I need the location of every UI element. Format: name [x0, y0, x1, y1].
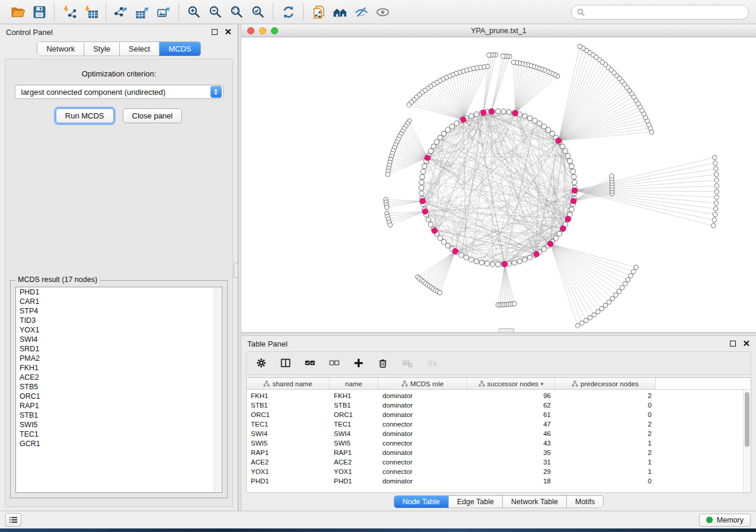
- tab-select[interactable]: Select: [120, 42, 160, 56]
- export-image-button[interactable]: [153, 2, 174, 21]
- horizontal-splitter-handle[interactable]: [499, 328, 514, 333]
- mcds-list-scrollbar[interactable]: [214, 288, 221, 492]
- clone-network-button[interactable]: [308, 2, 329, 21]
- delete-column-button[interactable]: [376, 356, 390, 370]
- column-label: MCDS role: [410, 380, 444, 387]
- memory-button[interactable]: Memory: [699, 514, 751, 527]
- memory-status-icon: [706, 517, 713, 523]
- tab-motifs[interactable]: Motifs: [567, 496, 603, 508]
- table-cell: ACE2: [330, 459, 378, 466]
- table-row[interactable]: ACE2ACE2connector311: [247, 457, 751, 467]
- network-window-titlebar[interactable]: YPA_prune.txt_1: [241, 24, 756, 37]
- table-scrollbar-thumb[interactable]: [745, 392, 749, 447]
- zoom-in-button[interactable]: [183, 2, 205, 21]
- mcds-result-item[interactable]: TEC1: [16, 430, 222, 439]
- mcds-result-list[interactable]: PHD1CAR1STP4TID3YOX1SWI4SRD1PMA2FKH1ACE2…: [15, 287, 222, 493]
- minimize-window-icon[interactable]: [259, 27, 266, 34]
- table-row[interactable]: RAP1RAP1dominator352: [247, 448, 751, 457]
- table-row[interactable]: ORC1ORC1dominator610: [247, 410, 751, 419]
- mcds-result-title: MCDS result (17 nodes): [15, 275, 100, 284]
- maximize-window-icon[interactable]: [271, 27, 278, 34]
- tab-edge-table[interactable]: Edge Table: [449, 496, 503, 508]
- horizontal-splitter[interactable]: [241, 332, 756, 336]
- deselect-all-rows-button[interactable]: [327, 356, 342, 370]
- mcds-result-item[interactable]: FKH1: [16, 363, 222, 373]
- table-row[interactable]: YOX1YOX1connector291: [247, 467, 751, 476]
- float-table-panel-icon[interactable]: [730, 341, 736, 347]
- mcds-result-item[interactable]: STB1: [16, 411, 222, 420]
- select-all-rows-button[interactable]: [303, 356, 317, 370]
- tab-mcds[interactable]: MCDS: [160, 42, 200, 56]
- show-columns-button[interactable]: [279, 356, 293, 370]
- run-mcds-button[interactable]: Run MCDS: [56, 108, 114, 123]
- mcds-result-item[interactable]: GCR1: [16, 439, 222, 448]
- mcds-result-item[interactable]: ACE2: [16, 373, 222, 382]
- mcds-result-item[interactable]: STP4: [16, 306, 222, 316]
- table-cell: 46: [467, 430, 555, 437]
- zoom-out-button[interactable]: [205, 2, 226, 21]
- tab-node-table[interactable]: Node Table: [394, 496, 449, 508]
- tab-style[interactable]: Style: [84, 42, 120, 56]
- export-network-button[interactable]: [110, 2, 132, 21]
- column-header-predecessor-nodes[interactable]: predecessor nodes: [555, 378, 656, 389]
- mcds-result-item[interactable]: SRD1: [16, 344, 222, 354]
- mcds-result-item[interactable]: SWI4: [16, 335, 222, 344]
- mcds-result-item[interactable]: TID3: [16, 316, 222, 325]
- mcds-result-item[interactable]: CAR1: [16, 297, 222, 306]
- mcds-result-groupbox: MCDS result (17 nodes) PHD1CAR1STP4TID3Y…: [10, 280, 228, 498]
- search-input[interactable]: [588, 7, 743, 17]
- mcds-result-item[interactable]: ORC1: [16, 392, 222, 401]
- tab-network-table[interactable]: Network Table: [503, 496, 567, 508]
- table-row[interactable]: PHD1PHD1dominator180: [247, 476, 751, 486]
- table-row[interactable]: TEC1TEC1connector472: [247, 419, 751, 429]
- save-session-button[interactable]: [28, 2, 50, 21]
- optimization-criterion-value: largest connected component (undirected): [15, 88, 210, 97]
- add-column-button[interactable]: [352, 356, 366, 370]
- table-settings-button[interactable]: [254, 356, 269, 370]
- import-table-button[interactable]: [80, 2, 101, 21]
- table-row[interactable]: STB1STB1dominator620: [247, 400, 751, 410]
- table-row[interactable]: SWI5SWI5connector431: [247, 438, 751, 448]
- mcds-result-item[interactable]: PMA2: [16, 354, 222, 363]
- mcds-result-item[interactable]: STB5: [16, 382, 222, 392]
- optimization-criterion-select[interactable]: largest connected component (undirected): [15, 85, 224, 99]
- vertical-splitter-handle[interactable]: [234, 262, 238, 278]
- mcds-result-item[interactable]: PHD1: [16, 287, 222, 297]
- mcds-result-item[interactable]: YOX1: [16, 325, 222, 335]
- automation-panel-button[interactable]: [5, 513, 21, 527]
- close-panel-icon[interactable]: ✕: [224, 29, 232, 35]
- search-box[interactable]: [571, 5, 749, 20]
- table-cell: 35: [467, 449, 555, 456]
- open-file-button[interactable]: [7, 2, 28, 21]
- first-neighbors-button[interactable]: [329, 2, 350, 21]
- toolbar-separator: [303, 4, 304, 20]
- table-cell: 0: [555, 477, 656, 485]
- network-graph[interactable]: [241, 37, 756, 332]
- add-icon: [353, 357, 365, 370]
- close-panel-button[interactable]: Close panel: [123, 108, 183, 123]
- zoom-selected-button[interactable]: [247, 2, 269, 21]
- column-header-successor-nodes[interactable]: successor nodes▾: [467, 378, 555, 389]
- network-canvas[interactable]: [241, 37, 756, 332]
- column-header-mcds-role[interactable]: MCDS role: [378, 378, 467, 389]
- column-header-name[interactable]: name: [330, 378, 378, 389]
- close-window-icon[interactable]: [247, 27, 254, 34]
- apply-layout-button[interactable]: [277, 2, 299, 21]
- close-table-panel-icon[interactable]: ✕: [742, 341, 750, 347]
- mcds-result-item[interactable]: SWI5: [16, 420, 222, 430]
- table-row[interactable]: FKH1FKH1dominator962: [247, 391, 751, 400]
- save-icon: [32, 5, 47, 20]
- optimization-criterion-label: Optimization criterion:: [82, 69, 157, 78]
- column-header-shared-name[interactable]: shared name: [247, 378, 330, 389]
- zoom-fit-button[interactable]: [226, 2, 247, 21]
- float-panel-icon[interactable]: [212, 29, 218, 35]
- import-network-button[interactable]: [59, 2, 80, 21]
- tab-network[interactable]: Network: [37, 42, 84, 56]
- hide-selected-button[interactable]: [350, 2, 372, 21]
- export-table-button[interactable]: [132, 2, 153, 21]
- show-all-button[interactable]: [372, 2, 393, 21]
- table-row[interactable]: SWI4SWI4dominator462: [247, 429, 751, 438]
- mcds-result-item[interactable]: RAP1: [16, 401, 222, 411]
- function-icon: f(x): [426, 357, 438, 370]
- table-scrollbar[interactable]: [743, 390, 751, 492]
